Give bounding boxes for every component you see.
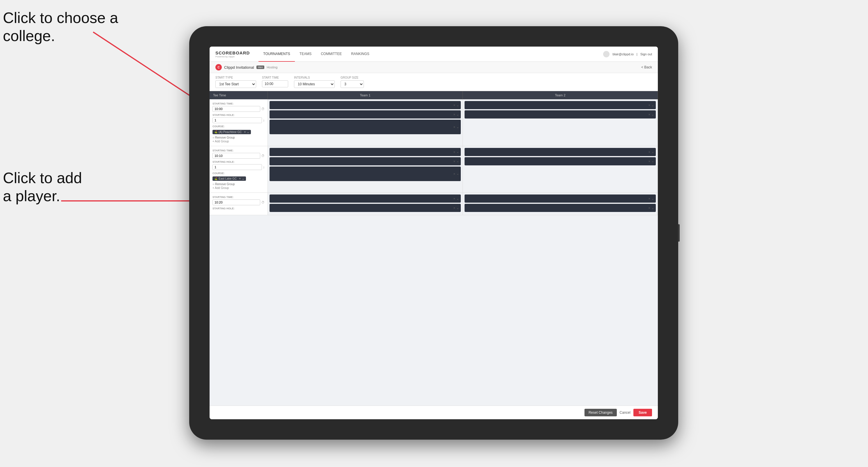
player-expand-btn-1-2[interactable]: ⌄ bbox=[457, 113, 459, 117]
time-slot-3: STARTING TIME: ⏱ STARTING HOLE: × ⌄ × ⌄ bbox=[210, 193, 658, 215]
starting-hole-label-3: STARTING HOLE: bbox=[213, 207, 265, 210]
hole-arrow-2: ↕ bbox=[263, 165, 265, 169]
course-expand-1[interactable]: ⌄ bbox=[247, 130, 249, 134]
player-row-4-2[interactable]: × ⌄ bbox=[465, 157, 656, 165]
player-remove-btn-2-1[interactable]: × bbox=[649, 103, 650, 107]
player-remove-btn-3-1[interactable]: × bbox=[454, 150, 455, 154]
player-row-3-1[interactable]: × ⌄ bbox=[270, 148, 461, 156]
player-row-1-1[interactable]: × ⌄ bbox=[270, 101, 461, 109]
main-content: STARTING TIME: ⏱ STARTING HOLE: ↕ COURSE… bbox=[210, 99, 658, 406]
annotation-line4: a player. bbox=[3, 187, 60, 205]
player-row-5-1[interactable]: × ⌄ bbox=[270, 194, 461, 203]
player-expand-btn-5-1[interactable]: ⌄ bbox=[457, 197, 459, 200]
player-row-6-2[interactable]: × ⌄ bbox=[465, 204, 656, 212]
player-expand-btn-6-2[interactable]: ⌄ bbox=[651, 206, 654, 210]
course-remove-btn-1[interactable]: × bbox=[454, 125, 455, 129]
user-email: blair@clippd.io bbox=[613, 53, 633, 56]
back-button[interactable]: < Back bbox=[641, 65, 652, 69]
player-row-6-1[interactable]: × ⌄ bbox=[465, 194, 656, 203]
nav-committee[interactable]: COMMITTEE bbox=[316, 46, 346, 62]
player-expand-btn-1-1[interactable]: ⌄ bbox=[457, 103, 459, 107]
player-expand-btn-2-1[interactable]: ⌄ bbox=[651, 103, 654, 107]
starting-time-input-2[interactable] bbox=[213, 153, 260, 159]
player-remove-btn-1-1[interactable]: × bbox=[454, 103, 455, 107]
player-remove-btn-4-2[interactable]: × bbox=[649, 160, 650, 163]
course-row-team1-2: × ⌄ bbox=[270, 166, 461, 181]
player-expand-btn-6-1[interactable]: ⌄ bbox=[651, 197, 654, 200]
intervals-group: Intervals 10 Minutes bbox=[294, 76, 335, 88]
course-remove-2[interactable]: × bbox=[239, 177, 241, 180]
course-tag-1[interactable]: ⛳ (A) Peachtree GC × ⌄ bbox=[213, 130, 251, 134]
start-time-label: Start Time bbox=[262, 76, 288, 79]
team2-col-1: × ⌄ × ⌄ bbox=[463, 99, 658, 146]
event-logo: C bbox=[215, 64, 222, 70]
course-remove-btn-2[interactable]: × bbox=[454, 172, 455, 176]
group-size-group: Group Size 3 bbox=[341, 76, 364, 88]
starting-hole-label-2: STARTING HOLE: bbox=[213, 160, 265, 163]
start-time-input[interactable] bbox=[262, 80, 288, 87]
player-remove-btn-5-2[interactable]: × bbox=[454, 206, 455, 210]
player-expand-btn-4-1[interactable]: ⌄ bbox=[651, 150, 654, 154]
team1-col-3: × ⌄ × ⌄ bbox=[268, 193, 463, 215]
team1-col-2: × ⌄ × ⌄ × ⌄ bbox=[268, 146, 463, 193]
player-remove-btn-6-2[interactable]: × bbox=[649, 206, 650, 210]
player-expand-btn-2-2[interactable]: ⌄ bbox=[651, 113, 654, 117]
player-expand-btn-3-1[interactable]: ⌄ bbox=[457, 150, 459, 154]
logo-title: SCOREBOARD bbox=[215, 50, 250, 55]
time-slot-1: STARTING TIME: ⏱ STARTING HOLE: ↕ COURSE… bbox=[210, 99, 658, 146]
intervals-select[interactable]: 10 Minutes bbox=[294, 80, 335, 88]
course-tag-2[interactable]: ⛳ East Lake GC × ⌄ bbox=[213, 177, 246, 181]
nav-items: TOURNAMENTS TEAMS COMMITTEE RANKINGS bbox=[258, 46, 603, 62]
event-gender-tag: Men bbox=[256, 65, 265, 69]
player-expand-btn-5-2[interactable]: ⌄ bbox=[457, 206, 459, 210]
player-remove-btn-3-2[interactable]: × bbox=[454, 160, 455, 163]
player-row-3-2[interactable]: × ⌄ bbox=[270, 157, 461, 165]
course-remove-1[interactable]: × bbox=[244, 130, 246, 134]
player-row-4-1[interactable]: × ⌄ bbox=[465, 148, 656, 156]
player-remove-btn-4-1[interactable]: × bbox=[649, 150, 650, 154]
group-size-select[interactable]: 3 bbox=[341, 80, 364, 88]
player-remove-btn-2-2[interactable]: × bbox=[649, 113, 650, 116]
player-row-2-2[interactable]: × ⌄ bbox=[465, 110, 656, 119]
player-expand-btn-3-2[interactable]: ⌄ bbox=[457, 159, 459, 163]
player-expand-btn-4-2[interactable]: ⌄ bbox=[651, 159, 654, 163]
nav-rankings[interactable]: RANKINGS bbox=[346, 46, 374, 62]
logo: SCOREBOARD Powered by clippd bbox=[215, 50, 250, 58]
cancel-button[interactable]: Cancel bbox=[620, 410, 630, 414]
th-team2: Team 2 bbox=[463, 91, 658, 99]
player-row-2-1[interactable]: × ⌄ bbox=[465, 101, 656, 109]
time-icon-1: ⏱ bbox=[261, 107, 265, 111]
player-row-5-2[interactable]: × ⌄ bbox=[270, 204, 461, 212]
nav-teams[interactable]: TEAMS bbox=[295, 46, 316, 62]
team2-col-3: × ⌄ × ⌄ bbox=[463, 193, 658, 215]
event-title: C Clippd Invitational Men Hosting bbox=[215, 64, 277, 70]
time-slot-2: STARTING TIME: ⏱ STARTING HOLE: ↕ COURSE… bbox=[210, 146, 658, 193]
starting-hole-input-2[interactable] bbox=[213, 164, 262, 170]
remove-group-2[interactable]: ○ Remove Group bbox=[213, 183, 265, 186]
logo-sub: Powered by clippd bbox=[215, 55, 250, 58]
add-group-2[interactable]: + Add Group bbox=[213, 186, 265, 190]
save-button[interactable]: Save bbox=[633, 409, 652, 416]
remove-group-1[interactable]: ○ Remove Group bbox=[213, 136, 265, 139]
player-row-1-2[interactable]: × ⌄ bbox=[270, 110, 461, 119]
start-time-group: Start Time bbox=[262, 76, 288, 88]
intervals-label: Intervals bbox=[294, 76, 335, 79]
reset-button[interactable]: Reset Changes bbox=[585, 409, 617, 416]
starting-hole-input-1[interactable] bbox=[213, 117, 262, 123]
course-expand-2[interactable]: ⌄ bbox=[242, 177, 244, 180]
tee-time-col-2: STARTING TIME: ⏱ STARTING HOLE: ↕ COURSE… bbox=[210, 146, 268, 193]
player-remove-btn-6-1[interactable]: × bbox=[649, 197, 650, 200]
nav-tournaments[interactable]: TOURNAMENTS bbox=[258, 46, 294, 62]
player-remove-btn-1-2[interactable]: × bbox=[454, 113, 455, 116]
start-type-select[interactable]: 1st Tee Start bbox=[215, 80, 256, 88]
sign-out-link[interactable]: Sign out bbox=[640, 53, 652, 56]
course-expand-btn-1[interactable]: ⌄ bbox=[457, 125, 459, 129]
course-value-1: (A) Peachtree GC bbox=[219, 130, 242, 134]
starting-time-input-1[interactable] bbox=[213, 106, 260, 112]
top-nav: SCOREBOARD Powered by clippd TOURNAMENTS… bbox=[210, 46, 658, 62]
time-icon-2: ⏱ bbox=[261, 154, 265, 157]
add-group-1[interactable]: + Add Group bbox=[213, 140, 265, 143]
player-remove-btn-5-1[interactable]: × bbox=[454, 197, 455, 200]
course-expand-btn-2[interactable]: ⌄ bbox=[457, 172, 459, 176]
starting-time-input-3[interactable] bbox=[213, 199, 260, 205]
